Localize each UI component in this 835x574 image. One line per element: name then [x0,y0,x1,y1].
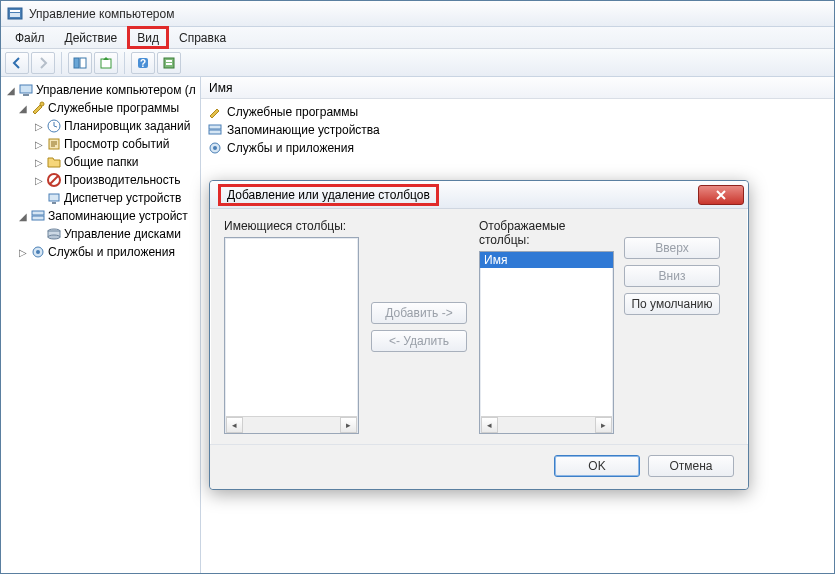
svg-rect-17 [49,194,59,201]
tree-label: Просмотр событий [64,137,169,151]
tools-icon [207,104,223,120]
svg-rect-19 [32,211,44,215]
svg-rect-9 [166,60,172,62]
scroll-track[interactable] [243,417,340,433]
tree-performance[interactable]: ▷ Производительность [1,171,200,189]
chevron-right-icon[interactable]: ▷ [33,175,44,186]
dialog-footer: OK Отмена [210,444,748,489]
tree-label: Производительность [64,173,180,187]
svg-rect-20 [32,216,44,220]
tree-label: Служебные программы [48,101,179,115]
svg-point-13 [40,102,44,106]
list-item[interactable]: Запоминающие устройства [207,121,828,139]
available-label: Имеющиеся столбцы: [224,219,359,233]
clock-icon [46,118,62,134]
scroll-track[interactable] [498,417,595,433]
show-hide-tree-button[interactable] [68,52,92,74]
tree-services-apps[interactable]: ▷ Службы и приложения [1,243,200,261]
list-label: Запоминающие устройства [227,123,380,137]
svg-rect-2 [10,13,20,17]
storage-icon [207,122,223,138]
chevron-down-icon[interactable]: ◢ [17,211,28,222]
scroll-left-icon[interactable]: ◂ [226,417,243,433]
available-listbox[interactable]: ◂ ▸ [224,237,359,434]
device-icon [46,190,62,206]
tree-label: Управление дисками [64,227,181,241]
tree-device-manager[interactable]: Диспетчер устройств [1,189,200,207]
window-titlebar[interactable]: Управление компьютером [1,1,834,27]
svg-rect-27 [209,130,221,134]
svg-point-29 [213,146,217,150]
add-button[interactable]: Добавить -> [371,302,467,324]
forward-button[interactable] [31,52,55,74]
menu-view[interactable]: Вид [127,26,169,49]
svg-rect-11 [20,85,32,93]
tree-system-tools[interactable]: ◢ Служебные программы [1,99,200,117]
svg-rect-3 [74,58,79,68]
menu-help[interactable]: Справка [169,27,236,48]
tree-label: Планировщик заданий [64,119,190,133]
scroll-left-icon[interactable]: ◂ [481,417,498,433]
dialog-titlebar[interactable]: Добавление или удаление столбцов [210,181,748,209]
scrollbar[interactable]: ◂ ▸ [481,416,612,433]
menu-action[interactable]: Действие [55,27,128,48]
menu-file[interactable]: Файл [5,27,55,48]
list-item[interactable]: Служебные программы [207,103,828,121]
remove-button[interactable]: <- Удалить [371,330,467,352]
chevron-right-icon[interactable]: ▷ [17,247,28,258]
export-button[interactable] [94,52,118,74]
tree-disk-mgmt[interactable]: Управление дисками [1,225,200,243]
performance-icon [46,172,62,188]
help-button[interactable]: ? [131,52,155,74]
tree-task-scheduler[interactable]: ▷ Планировщик заданий [1,117,200,135]
tree-shared-folders[interactable]: ▷ Общие папки [1,153,200,171]
folder-share-icon [46,154,62,170]
displayed-listbox[interactable]: Имя ◂ ▸ [479,251,614,434]
close-button[interactable] [698,185,744,205]
svg-rect-26 [209,125,221,129]
displayed-label: Отображаемые столбцы: [479,219,614,247]
tree-label: Диспетчер устройств [64,191,181,205]
move-down-button[interactable]: Вниз [624,265,720,287]
svg-rect-12 [23,94,29,96]
svg-rect-5 [101,59,111,68]
menubar: Файл Действие Вид Справка [1,27,834,49]
dialog-body: Имеющиеся столбцы: ◂ ▸ Добавить -> <- Уд… [210,209,748,444]
chevron-right-icon[interactable]: ▷ [33,121,44,132]
svg-rect-1 [10,10,20,12]
svg-rect-18 [52,202,56,204]
column-header-name[interactable]: Имя [201,77,834,99]
properties-button[interactable] [157,52,181,74]
chevron-down-icon[interactable]: ◢ [5,85,16,96]
nav-tree[interactable]: ◢ Управление компьютером (л ◢ Служебные … [1,77,201,573]
tree-storage[interactable]: ◢ Запоминающие устройст [1,207,200,225]
scrollbar[interactable]: ◂ ▸ [226,416,357,433]
defaults-button[interactable]: По умолчанию [624,293,720,315]
tools-icon [30,100,46,116]
scroll-right-icon[interactable]: ▸ [340,417,357,433]
move-up-button[interactable]: Вверх [624,237,720,259]
ok-button[interactable]: OK [554,455,640,477]
app-icon [7,6,23,22]
toolbar-separator [61,52,62,74]
scroll-right-icon[interactable]: ▸ [595,417,612,433]
toolbar-separator-2 [124,52,125,74]
svg-point-25 [36,250,40,254]
disk-icon [46,226,62,242]
cancel-button[interactable]: Отмена [648,455,734,477]
tree-event-viewer[interactable]: ▷ Просмотр событий [1,135,200,153]
list-item[interactable]: Службы и приложения [207,139,828,157]
tree-root[interactable]: ◢ Управление компьютером (л [1,81,200,99]
chevron-down-icon[interactable]: ◢ [17,103,28,114]
chevron-right-icon[interactable]: ▷ [33,139,44,150]
displayed-columns-group: Отображаемые столбцы: Имя ◂ ▸ [479,219,614,434]
services-icon [207,140,223,156]
svg-rect-10 [166,63,172,65]
chevron-right-icon[interactable]: ▷ [33,157,44,168]
window-title: Управление компьютером [29,7,174,21]
tree-label: Управление компьютером (л [36,83,196,97]
list-label: Служебные программы [227,105,358,119]
services-icon [30,244,46,260]
back-button[interactable] [5,52,29,74]
list-item-selected[interactable]: Имя [480,252,613,268]
